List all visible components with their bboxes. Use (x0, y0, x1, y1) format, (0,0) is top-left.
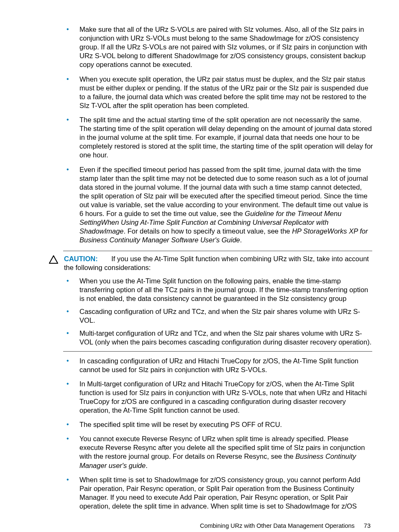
top-bullet-list: Make sure that all of the URz S-VOLs are… (64, 25, 373, 245)
list-item: When you use the At-Time Split function … (64, 277, 373, 303)
warning-icon (49, 255, 58, 264)
caution-bullet-list: When you use the At-Time Split function … (64, 277, 373, 347)
caution-label: CAUTION: (64, 255, 98, 262)
page-number: 73 (364, 522, 371, 529)
list-item: Even if the specified timeout period has… (64, 165, 373, 245)
caution-block: CAUTION: If you use the At-Time Split fu… (64, 251, 373, 352)
list-item: Cascading configuration of URz and TCz, … (64, 307, 373, 325)
list-item: In Multi-target configuration of URz and… (64, 380, 373, 415)
divider (63, 351, 372, 352)
list-item: Multi-target configuration of URz and TC… (64, 329, 373, 347)
footer-label: Combining URz with Other Data Management… (200, 522, 355, 529)
list-item: When you execute split operation, the UR… (64, 75, 373, 110)
document-page: Make sure that all of the URz S-VOLs are… (0, 0, 399, 532)
bottom-bullet-list: In cascading configuration of URz and Hi… (64, 357, 373, 511)
list-item: In cascading configuration of URz and Hi… (64, 357, 373, 374)
list-item: Make sure that all of the URz S-VOLs are… (64, 25, 373, 69)
divider (63, 251, 372, 251)
list-item: The specified split time will be reset b… (64, 420, 373, 429)
caution-intro: CAUTION: If you use the At-Time Split fu… (64, 254, 373, 272)
list-item: When split time is set to ShadowImage fo… (64, 475, 373, 511)
page-footer: Combining URz with Other Data Management… (48, 522, 373, 529)
list-item: The split time and the actual starting t… (64, 116, 373, 160)
list-item: You cannot execute Reverse Resync of URz… (64, 434, 373, 470)
